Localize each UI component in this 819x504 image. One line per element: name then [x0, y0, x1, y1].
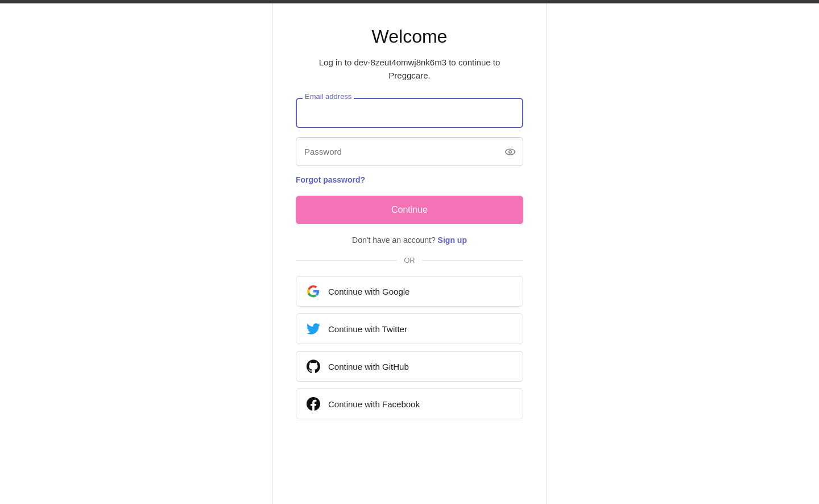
svg-point-0 — [506, 148, 515, 154]
svg-point-1 — [509, 150, 512, 153]
left-column — [34, 3, 273, 504]
subtitle-brand: Preggcare. — [388, 71, 430, 80]
email-input[interactable] — [296, 98, 523, 128]
signup-link[interactable]: Sign up — [438, 236, 467, 245]
subtitle-suffix: to continue to — [449, 57, 500, 67]
google-button-label: Continue with Google — [328, 287, 410, 296]
page-wrapper: Welcome Log in to dev-8zeut4omwj8nk6m3 t… — [0, 3, 819, 504]
facebook-button-label: Continue with Facebook — [328, 399, 420, 409]
github-button-label: Continue with GitHub — [328, 362, 409, 371]
password-toggle-button[interactable] — [504, 146, 516, 158]
email-label: Email address — [303, 92, 354, 101]
divider-line-right — [422, 260, 523, 261]
facebook-icon — [307, 397, 320, 411]
email-field-group: Email address — [296, 98, 523, 128]
google-button[interactable]: Continue with Google — [296, 276, 523, 307]
signup-prompt-text: Don't have an account? — [352, 236, 436, 245]
password-input[interactable] — [296, 137, 523, 166]
divider-line-left — [296, 260, 397, 261]
forgot-password-link[interactable]: Forgot password? — [296, 175, 365, 184]
divider-text: OR — [404, 256, 415, 265]
github-button[interactable]: Continue with GitHub — [296, 351, 523, 382]
facebook-button[interactable]: Continue with Facebook — [296, 389, 523, 419]
subtitle-app: to dev-8zeut4omwj8nk6m3 — [345, 57, 449, 67]
signup-prompt: Don't have an account? Sign up — [352, 236, 467, 245]
password-field-group — [296, 137, 523, 166]
continue-button[interactable]: Continue — [296, 196, 523, 224]
subtitle: Log in to dev-8zeut4omwj8nk6m3 to contin… — [319, 56, 500, 82]
twitter-icon — [307, 322, 320, 336]
google-icon — [307, 284, 320, 298]
center-column: Welcome Log in to dev-8zeut4omwj8nk6m3 t… — [273, 3, 546, 504]
twitter-button-label: Continue with Twitter — [328, 324, 407, 334]
page-title: Welcome — [372, 26, 448, 47]
github-icon — [307, 360, 320, 373]
twitter-button[interactable]: Continue with Twitter — [296, 313, 523, 344]
or-divider: OR — [296, 256, 523, 265]
right-column — [546, 3, 785, 504]
subtitle-prefix: Log in — [319, 57, 342, 67]
eye-icon — [504, 146, 516, 158]
